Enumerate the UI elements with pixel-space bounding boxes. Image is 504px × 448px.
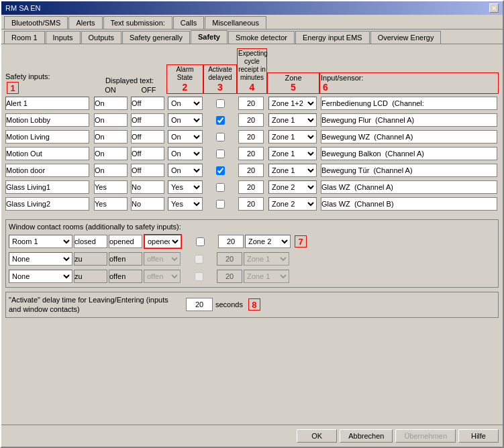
input-sensor-field-3[interactable] bbox=[321, 147, 497, 160]
alarm-state-select-2[interactable]: On bbox=[168, 130, 203, 144]
activate-delayed-check-6[interactable] bbox=[216, 200, 225, 209]
expecting-val-2[interactable] bbox=[238, 130, 264, 144]
activate-delayed-check-4[interactable] bbox=[216, 166, 225, 175]
activate-delayed-check-5[interactable] bbox=[216, 183, 225, 192]
off-value-5[interactable] bbox=[131, 180, 164, 194]
wc-closed-2[interactable] bbox=[74, 270, 107, 283]
zone-select-3[interactable]: Zone 1 bbox=[268, 147, 317, 160]
input-sensor-field-1[interactable] bbox=[321, 113, 497, 127]
ok-button[interactable]: OK bbox=[297, 429, 337, 443]
on-value-3[interactable] bbox=[94, 147, 128, 160]
input-sensor-field-5[interactable] bbox=[321, 180, 497, 194]
table-row: On Zone 1+2 bbox=[5, 95, 499, 111]
tab-inputs[interactable]: Inputs bbox=[46, 31, 81, 44]
wc-opened-1[interactable] bbox=[109, 252, 142, 266]
off-value-6[interactable] bbox=[131, 197, 164, 211]
zone-select-1[interactable]: Zone 1 bbox=[268, 113, 317, 127]
activate-delay-label: "Activate" delay time for Leaving/Enteri… bbox=[9, 295, 183, 315]
tab-safety-generally[interactable]: Safety generally bbox=[122, 31, 190, 44]
wc-opened-0[interactable] bbox=[109, 235, 142, 248]
tab-room1[interactable]: Room 1 bbox=[4, 31, 45, 44]
off-value-3[interactable] bbox=[131, 147, 164, 160]
tab-outputs[interactable]: Outputs bbox=[81, 31, 122, 44]
safety-input-name-6[interactable] bbox=[5, 197, 89, 211]
tab-bluetooth-sms[interactable]: Bluetooth/SMS bbox=[4, 16, 68, 29]
expecting-val-1[interactable] bbox=[238, 113, 264, 127]
on-value-1[interactable] bbox=[94, 113, 128, 127]
input-sensor-field-0[interactable] bbox=[321, 97, 497, 110]
on-value-0[interactable] bbox=[94, 97, 128, 110]
alarm-state-select-4[interactable]: On bbox=[168, 164, 203, 177]
wc-zone-2[interactable]: Zone 1 bbox=[244, 270, 289, 283]
off-value-1[interactable] bbox=[131, 113, 164, 127]
apply-button[interactable]: Übernehmen bbox=[395, 429, 456, 443]
activate-delayed-check-3[interactable] bbox=[216, 150, 225, 158]
wc-zone-0[interactable]: Zone 2 bbox=[245, 235, 291, 248]
wc-activate-delayed-1[interactable] bbox=[195, 255, 203, 264]
off-value-4[interactable] bbox=[131, 164, 164, 177]
tab-miscellaneous[interactable]: Miscellaneous bbox=[205, 16, 266, 29]
alarm-state-select-1[interactable]: On bbox=[168, 113, 203, 127]
off-value-0[interactable] bbox=[131, 97, 164, 110]
col2-num: 2 bbox=[168, 82, 202, 93]
on-value-4[interactable] bbox=[94, 164, 128, 177]
on-value-6[interactable] bbox=[94, 197, 128, 211]
zone-select-4[interactable]: Zone 1 bbox=[268, 164, 317, 177]
alarm-state-select-5[interactable]: Yes bbox=[168, 180, 203, 194]
alarm-state-select-0[interactable]: On bbox=[168, 97, 203, 110]
wc-activate-delayed-0[interactable] bbox=[196, 237, 205, 246]
safety-input-name-4[interactable] bbox=[5, 164, 89, 177]
input-sensor-field-2[interactable] bbox=[321, 130, 497, 144]
wc-room-select-2[interactable]: None bbox=[9, 270, 72, 283]
input-sensor-field-6[interactable] bbox=[321, 197, 497, 211]
expecting-val-4[interactable] bbox=[238, 164, 264, 177]
activate-delayed-check-0[interactable] bbox=[216, 99, 225, 108]
activate-delay-value[interactable] bbox=[186, 298, 213, 311]
close-button[interactable]: ✕ bbox=[489, 3, 499, 13]
tab-overview-energy[interactable]: Overview Energy bbox=[370, 31, 442, 44]
wc-expecting-0[interactable] bbox=[218, 235, 244, 248]
input-sensor-field-4[interactable] bbox=[321, 164, 497, 177]
tab-energy-input-ems[interactable]: Energy input EMS bbox=[295, 31, 370, 44]
wc-expecting-2[interactable] bbox=[217, 270, 242, 283]
wc-closed-1[interactable] bbox=[74, 252, 107, 266]
tab-safety[interactable]: Safety bbox=[191, 30, 228, 44]
cancel-button[interactable]: Abbrechen bbox=[340, 429, 393, 443]
activate-delayed-check-2[interactable] bbox=[216, 133, 225, 142]
tab-text-submission[interactable]: Text submission: bbox=[103, 16, 172, 29]
off-value-2[interactable] bbox=[131, 130, 164, 144]
safety-input-name-5[interactable] bbox=[5, 180, 89, 194]
zone-select-6[interactable]: Zone 2 bbox=[268, 197, 317, 211]
wc-opened-2[interactable] bbox=[109, 270, 142, 283]
tab-smoke-detector[interactable]: Smoke detector bbox=[228, 31, 295, 44]
safety-input-name-3[interactable] bbox=[5, 147, 89, 160]
zone-select-2[interactable]: Zone 1 bbox=[268, 130, 317, 144]
alarm-state-select-6[interactable]: Yes bbox=[168, 197, 203, 211]
table-row: On Zone 1 bbox=[5, 112, 499, 128]
help-button[interactable]: Hilfe bbox=[458, 429, 499, 443]
safety-input-name-1[interactable] bbox=[5, 113, 89, 127]
zone-select-5[interactable]: Zone 2 bbox=[268, 180, 317, 194]
wc-zone-1[interactable]: Zone 1 bbox=[244, 252, 289, 266]
safety-input-name-2[interactable] bbox=[5, 130, 89, 144]
on-value-5[interactable] bbox=[94, 180, 128, 194]
wc-closed-0[interactable] bbox=[74, 235, 107, 248]
zone-select-0[interactable]: Zone 1+2 bbox=[268, 97, 317, 110]
wc-room-select-0[interactable]: Room 1 bbox=[9, 235, 72, 248]
expecting-val-5[interactable] bbox=[238, 180, 264, 194]
alarm-state-select-3[interactable]: On bbox=[168, 147, 203, 160]
expecting-val-3[interactable] bbox=[238, 147, 264, 160]
tab-alerts[interactable]: Alerts bbox=[68, 16, 102, 29]
safety-input-name-0[interactable] bbox=[5, 97, 89, 110]
wc-room-select-1[interactable]: None bbox=[9, 252, 72, 266]
expecting-val-0[interactable] bbox=[238, 97, 264, 110]
activate-delayed-check-1[interactable] bbox=[216, 116, 225, 125]
expecting-val-6[interactable] bbox=[238, 197, 264, 211]
wc-alarm-state-1[interactable]: offen bbox=[144, 252, 181, 266]
wc-activate-delayed-2[interactable] bbox=[195, 272, 203, 281]
tab-calls[interactable]: Calls bbox=[173, 16, 204, 29]
wc-alarm-state-2[interactable]: offen bbox=[144, 270, 181, 283]
on-value-2[interactable] bbox=[94, 130, 128, 144]
wc-expecting-1[interactable] bbox=[217, 252, 242, 266]
wc-alarm-state-0[interactable]: opened bbox=[144, 235, 181, 248]
